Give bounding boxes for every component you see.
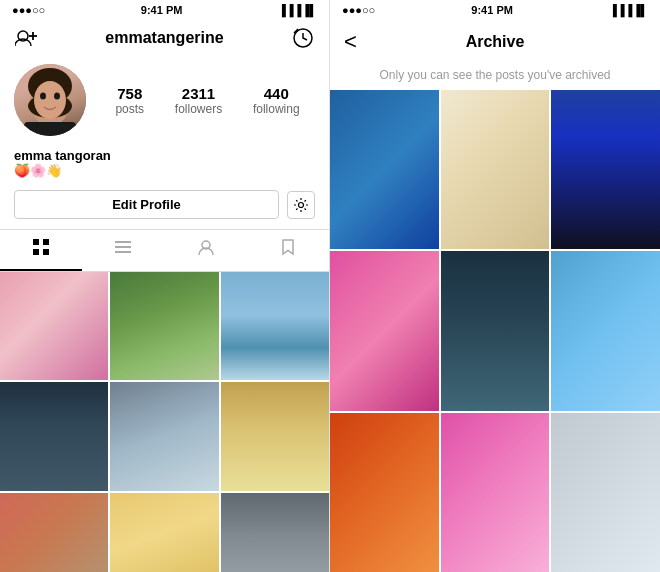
left-battery: ▐▐▐▐▌ xyxy=(278,4,317,16)
profile-section: 758 posts 2311 followers 440 following xyxy=(0,56,329,144)
svg-point-11 xyxy=(299,202,304,207)
tab-tag[interactable] xyxy=(165,230,247,271)
right-panel: ●●●○○ 9:41 PM ▐▐▐▐▌ < Archive Only you c… xyxy=(330,0,660,572)
posts-label: posts xyxy=(115,102,144,116)
username-label: emmatangerine xyxy=(105,29,223,47)
left-top-nav: emmatangerine xyxy=(0,20,329,56)
svg-rect-18 xyxy=(115,251,131,253)
stat-following[interactable]: 440 following xyxy=(253,85,300,116)
svg-point-8 xyxy=(40,93,46,100)
right-top-nav: < Archive xyxy=(330,20,660,64)
back-button[interactable]: < xyxy=(344,29,357,55)
right-signal: ●●●○○ xyxy=(342,4,375,16)
following-label: following xyxy=(253,102,300,116)
left-signal: ●●●○○ xyxy=(12,4,45,16)
photo-grid xyxy=(0,272,329,572)
archive-photo-9[interactable] xyxy=(551,413,660,572)
bookmark-icon xyxy=(279,238,297,261)
archive-subtitle: Only you can see the posts you've archiv… xyxy=(330,64,660,90)
edit-profile-button[interactable]: Edit Profile xyxy=(14,190,279,219)
svg-rect-15 xyxy=(43,249,49,255)
tab-bookmark[interactable] xyxy=(247,230,329,271)
left-status-bar: ●●●○○ 9:41 PM ▐▐▐▐▌ xyxy=(0,0,329,20)
stat-posts[interactable]: 758 posts xyxy=(115,85,144,116)
left-panel: ●●●○○ 9:41 PM ▐▐▐▐▌ emmatangerine xyxy=(0,0,330,572)
settings-button[interactable] xyxy=(287,191,315,219)
archive-photo-6[interactable] xyxy=(551,251,660,410)
posts-count: 758 xyxy=(117,85,142,102)
right-status-bar: ●●●○○ 9:41 PM ▐▐▐▐▌ xyxy=(330,0,660,20)
photo-1[interactable] xyxy=(0,272,108,380)
photo-3[interactable] xyxy=(221,272,329,380)
followers-count: 2311 xyxy=(182,85,215,102)
clock-icon[interactable] xyxy=(291,26,315,50)
right-battery: ▐▐▐▐▌ xyxy=(609,4,648,16)
right-time: 9:41 PM xyxy=(471,4,513,16)
svg-point-7 xyxy=(34,81,66,119)
photo-2[interactable] xyxy=(110,272,218,380)
svg-point-9 xyxy=(54,93,60,100)
archive-photo-5[interactable] xyxy=(441,251,550,410)
archive-photo-2[interactable] xyxy=(441,90,550,249)
svg-rect-17 xyxy=(115,246,131,248)
photo-9[interactable] xyxy=(221,493,329,572)
archive-grid xyxy=(330,90,660,572)
followers-label: followers xyxy=(175,102,222,116)
stat-followers[interactable]: 2311 followers xyxy=(175,85,222,116)
svg-rect-12 xyxy=(33,239,39,245)
photo-7[interactable] xyxy=(0,493,108,572)
tab-bar xyxy=(0,229,329,272)
photo-8[interactable] xyxy=(110,493,218,572)
photo-5[interactable] xyxy=(110,382,218,490)
archive-photo-1[interactable] xyxy=(330,90,439,249)
edit-row: Edit Profile xyxy=(0,186,329,229)
photo-4[interactable] xyxy=(0,382,108,490)
svg-rect-14 xyxy=(33,249,39,255)
archive-photo-4[interactable] xyxy=(330,251,439,410)
tab-list[interactable] xyxy=(82,230,164,271)
left-time: 9:41 PM xyxy=(141,4,183,16)
archive-photo-8[interactable] xyxy=(441,413,550,572)
bio-section: emma tangoran 🍑🌸👋 xyxy=(0,144,329,186)
archive-title: Archive xyxy=(466,33,525,51)
svg-rect-10 xyxy=(24,122,76,136)
svg-rect-16 xyxy=(115,241,131,243)
tab-grid[interactable] xyxy=(0,230,82,271)
person-tag-icon xyxy=(197,238,215,261)
stats-row: 758 posts 2311 followers 440 following xyxy=(100,85,315,116)
archive-photo-7[interactable] xyxy=(330,413,439,572)
add-user-icon[interactable] xyxy=(14,26,38,50)
photo-6[interactable] xyxy=(221,382,329,490)
grid-icon xyxy=(32,238,50,261)
svg-rect-13 xyxy=(43,239,49,245)
list-icon xyxy=(114,238,132,261)
archive-photo-3[interactable] xyxy=(551,90,660,249)
avatar[interactable] xyxy=(14,64,86,136)
following-count: 440 xyxy=(264,85,289,102)
bio-name: emma tangoran xyxy=(14,148,315,163)
bio-emoji: 🍑🌸👋 xyxy=(14,163,315,178)
